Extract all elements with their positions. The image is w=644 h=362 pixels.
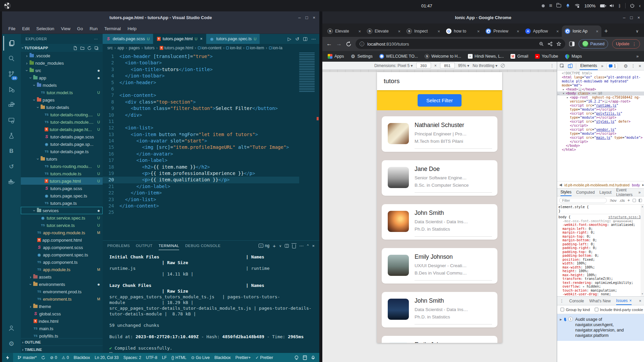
css-property[interactable]: -webkit-user-drag: none; xyxy=(558,292,643,296)
browser-tab-Ionic-Ap[interactable]: Ionic Ap× xyxy=(562,25,601,37)
timeline-section[interactable]: ›TIMELINE xyxy=(21,346,103,353)
maximize-panel-icon[interactable]: ^ xyxy=(307,244,309,248)
notifications-bell-icon[interactable] xyxy=(311,355,315,360)
styles-scrollbar[interactable]: ▲▼ xyxy=(641,204,644,296)
code-editor[interactable]: 1<ion-header [translucent]="true">2 <ion… xyxy=(103,52,319,240)
tree-item-app-component-ts[interactable]: TSapp.component.ts xyxy=(21,258,103,266)
site-info-icon[interactable]: i xyxy=(360,42,364,46)
explorer-icon[interactable] xyxy=(3,36,19,51)
tree-item--vscode[interactable]: ›.vscode xyxy=(21,52,103,59)
inline-style-selector[interactable]: element.style { xyxy=(558,205,643,209)
dom-node[interactable]: </html> xyxy=(557,148,644,152)
panel-collapse-icon[interactable]: ‹ xyxy=(639,3,641,8)
source-control-icon[interactable]: 24 xyxy=(3,67,19,81)
run-file-icon[interactable]: ▷ xyxy=(287,36,291,42)
css-property[interactable]: margin-left: 0; xyxy=(558,227,643,231)
zoom-icon[interactable] xyxy=(539,42,544,46)
css-property[interactable]: -webkit-font-smoothing: antialiased; xyxy=(558,223,643,227)
styles-rules[interactable]: element.style { } structure.scss:37body … xyxy=(557,204,644,296)
checkbox-group-by-kind[interactable]: Group by kind xyxy=(560,308,590,312)
crumb-back-icon[interactable]: ◀ xyxy=(559,183,562,187)
bookmark-Hindi-News-L-[interactable]: ≡Hindi News, L... xyxy=(468,54,504,59)
dom-node[interactable]: <script src="vendor.js" type="module"></… xyxy=(557,128,644,136)
editor-tab-tutors.page.spec.ts[interactable]: ◉ tutors.page.spec.tsU xyxy=(206,34,260,44)
outline-section[interactable]: ›OUTLINE xyxy=(21,338,103,346)
panel-tab-problems[interactable]: PROBLEMS xyxy=(107,242,130,250)
menu-terminal[interactable]: Terminal xyxy=(101,25,124,33)
status-item-0[interactable]: ⚠0 xyxy=(59,355,71,360)
tree-item-app-component-spec-ts[interactable]: ◉app.component.spec.ts xyxy=(21,251,103,258)
bookmark-Gmail[interactable]: MGmail xyxy=(511,54,528,59)
panel-tab-terminal[interactable]: TERMINAL xyxy=(159,242,179,250)
status-item-blackbox[interactable]: Blackbox xyxy=(71,355,93,360)
devtools-settings-icon[interactable]: ⚙ xyxy=(624,63,628,69)
status-item-ln-20-col-33[interactable]: Ln 20, Col 33 xyxy=(92,355,121,360)
console-tab-issues[interactable]: Issues × xyxy=(616,297,632,305)
browser-tab-Inspect[interactable]: SInspect× xyxy=(404,25,443,37)
editor-more-icon[interactable]: ⋯ xyxy=(311,36,316,42)
tutor-card[interactable]: John Smith Data Scientist - Data Ins… Ph… xyxy=(382,204,497,240)
inspect-icon[interactable] xyxy=(560,64,565,68)
tree-item-tutors-page-spec-ts[interactable]: ◉tutors.page.spec.ts xyxy=(21,192,103,199)
dom-node[interactable]: <html lang="en" class="plt-android plt-m… xyxy=(557,75,644,87)
tree-item-tutor-details-page-ts[interactable]: TStutor-details.page.ts xyxy=(21,148,103,155)
status-item-html[interactable]: {}HTML xyxy=(169,355,189,360)
console-tab-what-s-new[interactable]: What's New xyxy=(589,299,611,303)
bookmark-Welcome-to-H-[interactable]: SWelcome to H... xyxy=(425,54,461,59)
styles-tab-event-listeners[interactable]: Event Listeners xyxy=(616,188,634,197)
css-property[interactable]: padding-right: 0; xyxy=(558,246,643,250)
vscode-maximize-button[interactable]: □ xyxy=(306,15,308,20)
browser-tab-Elevate[interactable]: SElevate× xyxy=(324,25,364,37)
tree-item-assets[interactable]: ›assets xyxy=(21,273,103,281)
explorer-more-icon[interactable]: ⋯ xyxy=(94,37,98,41)
css-property[interactable]: text-rendering: optimizeLegibility; xyxy=(558,281,643,285)
tree-item-app[interactable]: ›app● xyxy=(21,74,103,81)
tree-item-app-module-ts[interactable]: TSapp.module.tsM xyxy=(21,266,103,273)
dom-node[interactable]: <!DOCTYPE html> xyxy=(557,71,644,75)
distro-logo-icon[interactable] xyxy=(4,2,11,9)
tree-item-models[interactable]: ›models xyxy=(21,81,103,89)
address-bar[interactable]: i localhost:8100/tutors xyxy=(356,39,565,49)
tree-item-environment-prod-ts[interactable]: TSenvironment.prod.ts xyxy=(21,288,103,295)
dom-node[interactable]: <script src="polyfills.js" type="module"… xyxy=(557,112,644,120)
tree-item-tutor-details-module-[interactable]: TStutor-details.module....U xyxy=(21,118,103,126)
tree-item-app-component-scss[interactable]: Sapp.component.scss xyxy=(21,244,103,251)
panel-tab-debug-console[interactable]: DEBUG CONSOLE xyxy=(185,242,221,250)
docker-icon[interactable] xyxy=(3,175,19,189)
browser-tab-Appflow[interactable]: AAppflow× xyxy=(522,25,562,37)
chrome-close-button[interactable]: × xyxy=(637,15,640,20)
editor-layout-icon[interactable] xyxy=(303,355,307,360)
tree-item-pages[interactable]: ›pages xyxy=(21,96,103,104)
chrome-titlebar[interactable]: Ionic App - Google Chrome – □ × xyxy=(322,11,644,23)
css-property[interactable]: touch-action: manipulation; xyxy=(558,289,643,293)
collapse-all-icon[interactable] xyxy=(94,46,99,50)
tree-item-tutors-page-scss[interactable]: Stutors.page.scss xyxy=(21,185,103,192)
breadcrumb-item[interactable]: 5tutors.page.html xyxy=(159,46,193,50)
tree-item-index-html[interactable]: 5index.html xyxy=(21,317,103,325)
tree-item-services[interactable]: ›services● xyxy=(21,207,103,214)
device-toolbar-more-icon[interactable]: ⋮ xyxy=(550,63,554,68)
styles-tab-computed[interactable]: Computed xyxy=(576,190,595,195)
tree-item-node-modules[interactable]: ›node_modules xyxy=(21,59,103,67)
tree-item-polyfills-ts[interactable]: TSpolyfills.ts xyxy=(21,332,103,338)
status-item-spaces-2[interactable]: Spaces: 2 xyxy=(121,355,144,360)
extensions-icon[interactable] xyxy=(3,98,19,112)
issue-expand-icon[interactable]: ▸ xyxy=(560,317,562,338)
new-tab-button[interactable]: + xyxy=(601,26,611,36)
tutor-card[interactable]: John Smith Data Scientist - Data Ins… Ph… xyxy=(382,292,497,327)
styles-tab-layout[interactable]: Layout xyxy=(599,190,611,195)
menu-file[interactable]: File xyxy=(5,25,18,33)
tree-item-main-ts[interactable]: TSmain.ts xyxy=(21,325,103,332)
select-filter-button[interactable]: Select Filter xyxy=(418,94,462,107)
power-icon[interactable] xyxy=(630,3,635,8)
tree-item-tutor-service-ts[interactable]: TStutor.service.tsU xyxy=(21,222,103,229)
body-rule-selector[interactable]: structure.scss:37body { xyxy=(558,215,643,219)
feedback-icon[interactable] xyxy=(294,355,299,360)
close-issues-icon[interactable]: × xyxy=(629,298,632,303)
status-item-blackbox[interactable]: Blackbox xyxy=(212,355,233,360)
css-property[interactable]: height: 100%; xyxy=(558,269,643,273)
tutor-card[interactable]: Emily Johnson UX/UI Designer - Creati… B… xyxy=(382,248,497,284)
devtools-close-icon[interactable]: × xyxy=(639,63,641,69)
css-property[interactable]: -ms-content-zooming: none; xyxy=(558,296,643,297)
terminal-output[interactable]: Initial Chunk Files | Names | Raw Sizeru… xyxy=(103,251,319,353)
